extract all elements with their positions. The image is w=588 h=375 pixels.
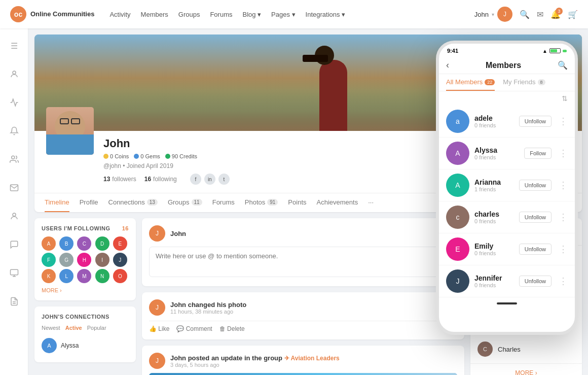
nav-forums[interactable]: Forums bbox=[210, 11, 232, 18]
message-icon[interactable]: ✉ bbox=[537, 10, 543, 19]
mobile-back-button[interactable]: ‹ bbox=[446, 60, 449, 71]
conn-tab-active[interactable]: Active bbox=[65, 325, 82, 331]
mobile-member-friends: 0 friends bbox=[474, 218, 514, 224]
nav-integrations[interactable]: Integrations ▾ bbox=[306, 11, 346, 18]
sidebar-docs-icon[interactable] bbox=[5, 292, 23, 311]
member-more-icon[interactable]: ⋮ bbox=[559, 116, 568, 127]
activity-card-2: J John posted an update in the group ✈ A… bbox=[142, 346, 464, 375]
conn-tab-popular[interactable]: Popular bbox=[87, 325, 106, 331]
video-thumbnail: Mountains Call from Marty Mellway ❤ bbox=[149, 373, 457, 375]
follower-avatar[interactable]: G bbox=[59, 253, 74, 267]
cart-icon[interactable]: 🛒 bbox=[568, 10, 578, 19]
top-navigation: oc Online Communities Activity Members G… bbox=[0, 0, 588, 28]
activity-info-2: John posted an update in the group ✈ Avi… bbox=[170, 354, 340, 368]
tab-photos[interactable]: Photos 91 bbox=[245, 193, 278, 212]
sort-icon[interactable]: ⇅ bbox=[562, 94, 568, 103]
nav-pages[interactable]: Pages ▾ bbox=[271, 11, 295, 18]
nav-user-avatar: J bbox=[497, 7, 512, 22]
mobile-page-title: Members bbox=[486, 61, 521, 70]
unfollow-button[interactable]: Unfollow bbox=[519, 244, 552, 255]
bell-icon[interactable]: 🔔 3 bbox=[550, 10, 561, 19]
follower-avatar[interactable]: O bbox=[113, 269, 127, 283]
follower-avatar[interactable]: C bbox=[77, 236, 91, 251]
follower-avatar[interactable]: A bbox=[42, 236, 56, 251]
sidebar-analytics-icon[interactable] bbox=[5, 93, 23, 112]
sidebar-menu-icon[interactable]: ☰ bbox=[5, 37, 23, 55]
mobile-tab-all-members[interactable]: All Members 22 bbox=[446, 78, 495, 91]
member-more-icon[interactable]: ⋮ bbox=[559, 148, 568, 159]
follower-avatar[interactable]: I bbox=[95, 253, 109, 267]
tab-profile[interactable]: Profile bbox=[80, 193, 98, 212]
follower-avatar[interactable]: K bbox=[42, 269, 56, 283]
nav-right: John ▾ J 🔍 ✉ 🔔 3 🛒 bbox=[474, 7, 578, 22]
member-item[interactable]: C Charles bbox=[470, 338, 582, 360]
tab-groups[interactable]: Groups 11 bbox=[168, 193, 202, 212]
mobile-member-friends: 0 friends bbox=[474, 282, 514, 288]
follower-avatar[interactable]: B bbox=[59, 236, 74, 251]
mobile-search-icon[interactable]: 🔍 bbox=[558, 60, 568, 70]
comment-button[interactable]: 💬 Comment bbox=[176, 325, 212, 332]
mobile-member-avatar: A bbox=[446, 142, 469, 165]
activity-header: J John changed his photo 11 hours, 38 mi… bbox=[149, 299, 457, 316]
logo[interactable]: oc Online Communities bbox=[10, 6, 94, 22]
notification-badge: 3 bbox=[556, 8, 563, 15]
follower-avatar[interactable]: N bbox=[95, 269, 109, 283]
nav-activity[interactable]: Activity bbox=[109, 11, 130, 18]
sidebar-groups-icon[interactable] bbox=[5, 150, 23, 168]
mobile-overlay: 9:41 ▲ ‹ Members 🔍 All Members 22 My Fri… bbox=[436, 41, 578, 335]
follower-avatar[interactable]: J bbox=[113, 253, 127, 267]
follower-avatar[interactable]: L bbox=[59, 269, 74, 283]
nav-user[interactable]: John ▾ J bbox=[474, 7, 512, 22]
tab-connections[interactable]: Connections 13 bbox=[108, 193, 158, 212]
nav-blog[interactable]: Blog ▾ bbox=[242, 11, 261, 18]
nav-members[interactable]: Members bbox=[141, 11, 168, 18]
tab-forums[interactable]: Forums bbox=[212, 193, 235, 212]
twitter-icon[interactable]: in bbox=[204, 174, 215, 185]
follower-avatar[interactable]: E bbox=[113, 236, 127, 251]
mobile-tab-my-friends[interactable]: My Friends 8 bbox=[503, 78, 545, 91]
sidebar-profile-icon[interactable] bbox=[5, 65, 23, 83]
tab-timeline[interactable]: Timeline bbox=[45, 193, 69, 212]
sidebar-members-icon[interactable] bbox=[5, 207, 23, 225]
sidebar-chat-icon[interactable] bbox=[5, 235, 23, 254]
tab-more[interactable]: ··· bbox=[368, 193, 374, 212]
more-members-link[interactable]: MORE › bbox=[515, 369, 537, 375]
mobile-member-avatar: a bbox=[446, 110, 469, 133]
member-more-icon[interactable]: ⋮ bbox=[559, 276, 568, 287]
activity-actions: 👍 Like 💬 Comment 🗑 Delete bbox=[149, 321, 457, 332]
delete-button[interactable]: 🗑 Delete bbox=[219, 325, 245, 332]
connection-name: Alyssa bbox=[61, 342, 79, 349]
mobile-member-item: J Jennifer 0 friends Unfollow ⋮ bbox=[439, 265, 575, 297]
sidebar-display-icon[interactable] bbox=[5, 264, 23, 282]
like-button[interactable]: 👍 Like bbox=[149, 325, 169, 332]
member-more-icon[interactable]: ⋮ bbox=[559, 244, 568, 255]
conn-tab-newest[interactable]: Newest bbox=[42, 325, 60, 331]
unfollow-button[interactable]: Unfollow bbox=[519, 116, 552, 127]
follower-avatar[interactable]: M bbox=[77, 269, 91, 283]
profile-avatar-wrap bbox=[45, 106, 95, 156]
mobile-member-name: charles bbox=[474, 210, 514, 218]
follow-button[interactable]: Follow bbox=[524, 148, 552, 159]
follower-avatar[interactable]: H bbox=[77, 253, 91, 267]
member-more-icon[interactable]: ⋮ bbox=[559, 212, 568, 223]
post-input[interactable] bbox=[149, 247, 457, 277]
member-more-icon[interactable]: ⋮ bbox=[559, 180, 568, 191]
linkedin-icon[interactable]: t bbox=[218, 174, 230, 185]
mobile-member-item: c charles 0 friends Unfollow ⋮ bbox=[439, 201, 575, 233]
tab-points[interactable]: Points bbox=[288, 193, 306, 212]
tab-achievements[interactable]: Achievements bbox=[317, 193, 358, 212]
unfollow-button[interactable]: Unfollow bbox=[519, 276, 552, 287]
sidebar-notifications-icon[interactable] bbox=[5, 122, 23, 140]
sidebar-mail-icon[interactable] bbox=[5, 179, 23, 197]
unfollow-button[interactable]: Unfollow bbox=[519, 180, 552, 191]
follower-avatar[interactable]: D bbox=[95, 236, 109, 251]
left-sidebar: ☰ bbox=[0, 28, 28, 375]
follower-avatar[interactable]: F bbox=[42, 253, 56, 267]
more-following-link[interactable]: MORE › bbox=[42, 287, 129, 293]
mobile-member-avatar: J bbox=[446, 269, 469, 293]
facebook-icon[interactable]: f bbox=[190, 174, 201, 185]
nav-groups[interactable]: Groups bbox=[178, 11, 200, 18]
connection-avatar[interactable]: A bbox=[42, 338, 57, 353]
unfollow-button[interactable]: Unfollow bbox=[519, 212, 552, 223]
search-icon[interactable]: 🔍 bbox=[520, 10, 530, 19]
